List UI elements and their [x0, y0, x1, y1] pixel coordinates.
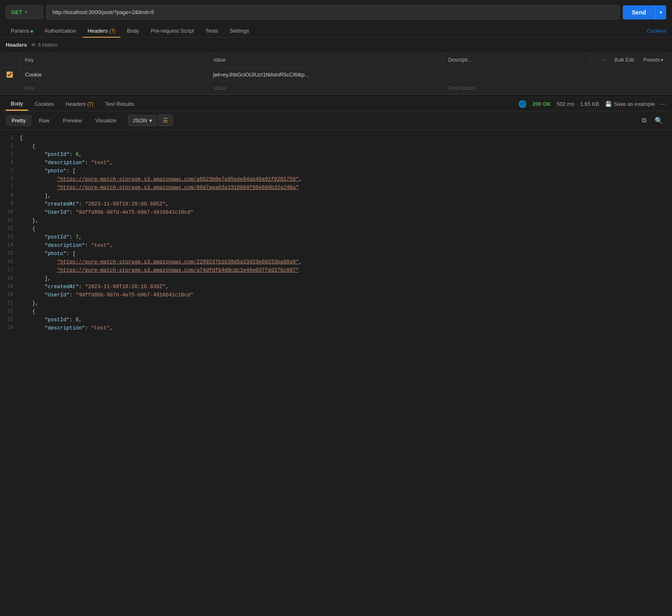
- response-tabs: Body Cookies Headers (7) Test Results 🌐 …: [0, 97, 672, 111]
- th-description: Descripti...: [443, 52, 591, 68]
- line-number: 18: [0, 275, 20, 283]
- response-body-wrapper: Body Cookies Headers (7) Test Results 🌐 …: [0, 97, 672, 337]
- code-line: 1[: [0, 134, 672, 142]
- line-content: {: [20, 142, 672, 150]
- code-line: 17 "https://pure-match-storage.s3.amazon…: [0, 266, 672, 275]
- response-tab-cookies[interactable]: Cookies: [30, 98, 59, 110]
- line-number: 19: [0, 283, 20, 291]
- method-select[interactable]: GET ▾: [6, 5, 43, 19]
- line-content: "UserId": "9dffd86b-907d-4e75-b0b7-49166…: [20, 291, 672, 299]
- status-code: 200 OK: [532, 101, 551, 107]
- empty-checkbox-cell: [0, 81, 20, 95]
- format-tab-visualize[interactable]: Visualize: [89, 115, 122, 126]
- send-button-group: Send ▾: [623, 5, 666, 19]
- response-status: 🌐 200 OK 502 ms 1.65 KB 💾 Save as exampl…: [518, 100, 666, 108]
- copy-button[interactable]: ⧉: [639, 115, 650, 126]
- tab-settings[interactable]: Settings: [225, 24, 254, 37]
- tab-body[interactable]: Body: [122, 24, 144, 37]
- desc-placeholder: Description: [448, 85, 475, 91]
- code-line: 2 {: [0, 142, 672, 150]
- code-line: 15 "photo": [: [0, 250, 672, 258]
- empty-desc-cell[interactable]: Description: [443, 81, 591, 95]
- cookies-link[interactable]: Cookies: [647, 28, 666, 34]
- row-key-cell[interactable]: Cookie: [20, 68, 208, 81]
- code-line: 4 "description": "test",: [0, 159, 672, 167]
- line-number: 8: [0, 192, 20, 200]
- line-number: 22: [0, 308, 20, 316]
- line-number: 6: [0, 175, 20, 184]
- line-number: 4: [0, 159, 20, 167]
- row-desc-cell[interactable]: [443, 68, 591, 81]
- tab-params[interactable]: Params: [6, 24, 38, 37]
- empty-actions-cell: [591, 81, 672, 95]
- response-tab-headers[interactable]: Headers (7): [61, 98, 98, 110]
- code-line: 19 "createdAt": "2023-11-09T18:20:10.838…: [0, 283, 672, 291]
- tab-pre-request[interactable]: Pre-request Script: [146, 24, 199, 37]
- code-line: 23 "postId": 8,: [0, 316, 672, 324]
- tab-tests[interactable]: Tests: [201, 24, 223, 37]
- response-tab-test-results[interactable]: Test Results: [100, 98, 139, 110]
- format-tab-raw[interactable]: Raw: [33, 115, 55, 126]
- line-number: 23: [0, 316, 20, 324]
- table-row-empty: Key Value Description: [0, 81, 672, 95]
- search-button[interactable]: 🔍: [651, 115, 666, 126]
- method-label: GET: [11, 9, 22, 15]
- code-line: 21 },: [0, 299, 672, 308]
- format-type-label: JSON: [133, 117, 147, 124]
- body-toolbar: Pretty Raw Preview Visualize JSON ▾ ☰ ⧉ …: [0, 111, 672, 130]
- eye-icon: 👁: [31, 42, 36, 48]
- tab-headers[interactable]: Headers (7): [83, 24, 120, 37]
- line-number: 7: [0, 184, 20, 192]
- bulk-edit-button[interactable]: Bulk Edit: [611, 55, 637, 64]
- line-content: ],: [20, 192, 672, 200]
- line-number: 1: [0, 134, 20, 142]
- line-content: {: [20, 308, 672, 316]
- ellipsis-button[interactable]: ···: [598, 56, 609, 64]
- code-line: 10 "UserId": "9dffd86b-907d-4e75-b0b7-49…: [0, 208, 672, 217]
- line-content: "postId": 8,: [20, 316, 672, 324]
- line-content: "UserId": "9dffd86b-907d-4e75-b0b7-49166…: [20, 208, 672, 217]
- send-button[interactable]: Send: [623, 5, 655, 19]
- presets-chevron-icon: ▾: [661, 57, 663, 63]
- code-viewer[interactable]: 1[2 {3 "postId": 6,4 "description": "tes…: [0, 130, 672, 337]
- globe-icon: 🌐: [518, 100, 527, 108]
- line-number: 24: [0, 324, 20, 332]
- chevron-down-icon: ▾: [25, 10, 27, 14]
- response-headers-badge: (7): [87, 101, 93, 107]
- code-line: 11 },: [0, 217, 672, 225]
- code-line: 6 "https://pure-match-storage.s3.amazona…: [0, 175, 672, 184]
- line-number: 10: [0, 208, 20, 217]
- line-content: "https://pure-match-storage.s3.amazonaws…: [20, 184, 672, 192]
- format-tab-preview[interactable]: Preview: [57, 115, 88, 126]
- headers-badge: (7): [109, 28, 115, 34]
- empty-key-cell[interactable]: Key: [20, 81, 208, 95]
- line-content: "postId": 6,: [20, 150, 672, 159]
- row-checkbox[interactable]: [7, 72, 13, 78]
- code-line: 18 ],: [0, 275, 672, 283]
- line-content: },: [20, 217, 672, 225]
- format-tab-pretty[interactable]: Pretty: [6, 115, 31, 126]
- url-input[interactable]: [46, 5, 620, 19]
- line-content: {: [20, 225, 672, 233]
- params-dot: [31, 30, 33, 33]
- line-content: "photo": [: [20, 167, 672, 175]
- response-tab-body[interactable]: Body: [6, 97, 28, 111]
- more-options-button[interactable]: ···: [661, 100, 666, 108]
- th-checkbox: [0, 52, 20, 68]
- save-example-button[interactable]: 💾 Save as example: [605, 101, 655, 107]
- format-type-select[interactable]: JSON ▾: [128, 115, 157, 126]
- line-number: 15: [0, 250, 20, 258]
- line-content: "photo": [: [20, 250, 672, 258]
- wrap-button[interactable]: ☰: [158, 115, 173, 126]
- empty-value-cell[interactable]: Value: [208, 81, 443, 95]
- line-number: 13: [0, 233, 20, 241]
- send-dropdown-button[interactable]: ▾: [655, 5, 666, 19]
- th-actions: ··· Bulk Edit Presets ▾: [591, 52, 672, 68]
- tab-authorization[interactable]: Authorization: [40, 24, 81, 37]
- line-content: "description": "test",: [20, 241, 672, 250]
- row-value-cell[interactable]: jwt=eyJhbGciOiJIUzI1NiIsInR5cCI6Ikp...: [208, 68, 443, 81]
- line-number: 11: [0, 217, 20, 225]
- row-checkbox-cell: [0, 68, 20, 81]
- presets-button[interactable]: Presets ▾: [640, 55, 667, 64]
- request-tabs: Params Authorization Headers (7) Body Pr…: [0, 24, 672, 38]
